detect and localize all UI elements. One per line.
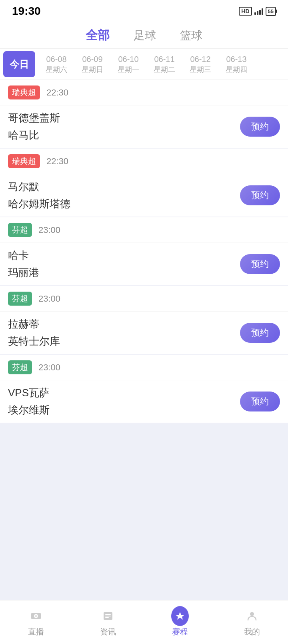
team1-3: 哈卡 [8,248,39,262]
match-time-1: 22:30 [46,87,68,98]
nav-item-football[interactable]: 足球 [134,28,156,43]
signal-icon [254,8,263,15]
match-group-2: 瑞典超 22:30 马尔默 哈尔姆斯塔德 预约 [0,149,288,217]
team2-2: 哈尔姆斯塔德 [8,197,70,211]
book-button-1[interactable]: 预约 [240,117,280,137]
status-time: 19:30 [12,5,41,18]
match-row-5: VPS瓦萨 埃尔维斯 预约 [0,380,288,423]
match-header-2: 瑞典超 22:30 [0,149,288,174]
team1-4: 拉赫蒂 [8,317,60,331]
svg-rect-6 [105,617,109,618]
league-badge-3: 芬超 [8,223,32,237]
match-time-3: 23:00 [38,225,60,235]
league-badge-2: 瑞典超 [8,154,40,168]
match-group-3: 芬超 23:00 哈卡 玛丽港 预约 [0,217,288,285]
status-bar: 19:30 HD 55 [0,0,288,21]
date-item-0608[interactable]: 06-08 星期六 [38,49,74,80]
match-group-1: 瑞典超 22:30 哥德堡盖斯 哈马比 预约 [0,80,288,148]
match-row-3: 哈卡 玛丽港 预约 [0,243,288,285]
top-nav: 全部 足球 篮球 [0,21,288,48]
live-icon [27,607,45,625]
match-header-1: 瑞典超 22:30 [0,80,288,105]
match-header-4: 芬超 23:00 [0,286,288,312]
book-button-5[interactable]: 预约 [240,392,280,411]
date-item-0610[interactable]: 06-10 星期一 [110,49,146,80]
book-button-3[interactable]: 预约 [240,254,280,274]
date-item-0611[interactable]: 06-11 星期二 [146,49,182,80]
date-item-0609[interactable]: 06-09 星期日 [74,49,110,80]
date-item-0613[interactable]: 06-13 星期四 [218,49,254,80]
match-header-5: 芬超 23:00 [0,355,288,380]
match-teams-5: VPS瓦萨 埃尔维斯 [8,386,50,417]
bottom-nav-live-label: 直播 [28,626,44,637]
match-group-5: 芬超 23:00 VPS瓦萨 埃尔维斯 预约 [0,355,288,423]
team2-1: 哈马比 [8,128,60,142]
match-time-4: 23:00 [38,294,60,304]
date-item-today[interactable]: 今日 [3,51,35,77]
svg-rect-4 [105,614,111,615]
team2-4: 英特士尔库 [8,334,60,348]
svg-rect-5 [105,616,111,616]
match-list: 瑞典超 22:30 哥德堡盖斯 哈马比 预约 瑞典超 22:30 马尔默 哈尔姆… [0,80,288,644]
date-item-0612[interactable]: 06-12 星期三 [182,49,218,80]
match-row-2: 马尔默 哈尔姆斯塔德 预约 [0,174,288,217]
svg-point-8 [250,612,254,616]
schedule-icon [171,607,189,625]
date-bar: 今日 06-08 星期六 06-09 星期日 06-10 星期一 06-11 星… [0,48,288,80]
match-teams-2: 马尔默 哈尔姆斯塔德 [8,180,70,211]
nav-item-basketball[interactable]: 篮球 [180,28,202,43]
status-icons: HD 55 [239,7,276,16]
team1-2: 马尔默 [8,180,70,194]
svg-marker-7 [176,612,184,620]
match-time-2: 22:30 [46,156,68,167]
bottom-nav-mine-label: 我的 [244,626,260,637]
league-badge-5: 芬超 [8,360,32,374]
team2-5: 埃尔维斯 [8,403,50,417]
team1-1: 哥德堡盖斯 [8,111,60,125]
book-button-4[interactable]: 预约 [240,323,280,343]
match-header-3: 芬超 23:00 [0,217,288,243]
match-group-4: 芬超 23:00 拉赫蒂 英特士尔库 预约 [0,286,288,354]
bottom-nav-news[interactable]: 资讯 [99,607,117,637]
bottom-nav-news-label: 资讯 [100,626,116,637]
nav-item-all[interactable]: 全部 [86,27,110,44]
team2-3: 玛丽港 [8,266,39,280]
match-row-1: 哥德堡盖斯 哈马比 预约 [0,105,288,148]
match-row-4: 拉赫蒂 英特士尔库 预约 [0,312,288,354]
book-button-2[interactable]: 预约 [240,185,280,205]
team1-5: VPS瓦萨 [8,386,50,400]
bottom-nav-schedule-label: 赛程 [172,626,188,637]
battery-icon: 55 [266,7,276,16]
league-badge-1: 瑞典超 [8,85,40,99]
bottom-nav-mine[interactable]: 我的 [243,607,261,637]
match-time-5: 23:00 [38,362,60,373]
match-teams-3: 哈卡 玛丽港 [8,248,39,280]
match-teams-1: 哥德堡盖斯 哈马比 [8,111,60,142]
svg-point-2 [35,615,37,617]
bottom-nav-live[interactable]: 直播 [27,607,45,637]
bottom-nav-schedule[interactable]: 赛程 [171,607,189,637]
bottom-nav: 直播 资讯 赛程 [0,600,288,644]
mine-icon [243,607,261,625]
league-badge-4: 芬超 [8,292,32,306]
hd-icon: HD [239,7,252,16]
match-teams-4: 拉赫蒂 英特士尔库 [8,317,60,348]
news-icon [99,607,117,625]
